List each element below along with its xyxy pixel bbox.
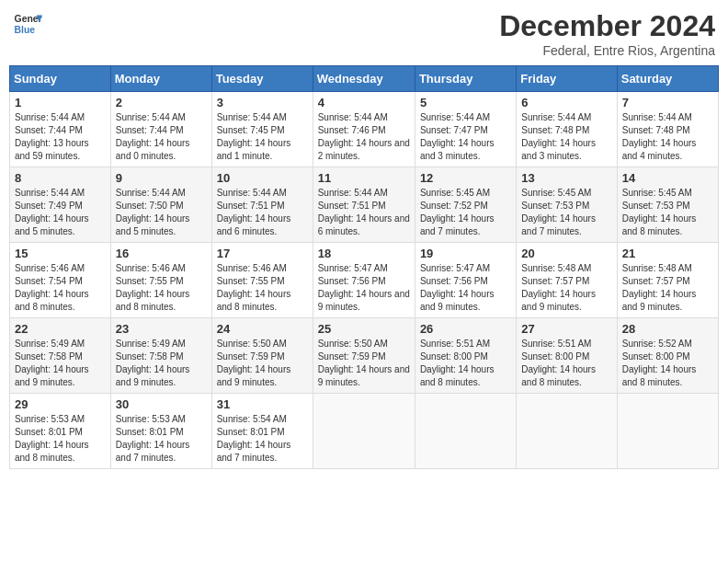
cell-details: Sunrise: 5:45 AMSunset: 7:53 PMDaylight:… (521, 187, 611, 238)
calendar-cell: 3Sunrise: 5:44 AMSunset: 7:45 PMDaylight… (211, 92, 313, 167)
month-title: December 2024 (499, 9, 715, 43)
cell-details: Sunrise: 5:53 AMSunset: 8:01 PMDaylight:… (116, 413, 207, 465)
cell-details: Sunrise: 5:47 AMSunset: 7:56 PMDaylight:… (318, 262, 410, 314)
day-number: 3 (217, 96, 308, 109)
calendar-week-row: 15Sunrise: 5:46 AMSunset: 7:54 PMDayligh… (10, 243, 719, 318)
logo: General Blue (13, 9, 42, 39)
page-header: General Blue December 2024 Federal, Entr… (9, 9, 719, 58)
cell-details: Sunrise: 5:51 AMSunset: 8:00 PMDaylight:… (521, 338, 611, 389)
cell-details: Sunrise: 5:44 AMSunset: 7:49 PMDaylight:… (15, 187, 106, 238)
column-header-friday: Friday (517, 66, 617, 92)
cell-details: Sunrise: 5:44 AMSunset: 7:51 PMDaylight:… (217, 187, 308, 238)
calendar-header-row: SundayMondayTuesdayWednesdayThursdayFrid… (10, 66, 719, 92)
calendar-cell: 11Sunrise: 5:44 AMSunset: 7:51 PMDayligh… (313, 167, 415, 243)
cell-details: Sunrise: 5:46 AMSunset: 7:55 PMDaylight:… (116, 262, 207, 314)
calendar-cell: 2Sunrise: 5:44 AMSunset: 7:44 PMDaylight… (110, 92, 211, 167)
calendar-cell: 31Sunrise: 5:54 AMSunset: 8:01 PMDayligh… (211, 394, 313, 469)
column-header-thursday: Thursday (415, 66, 516, 92)
day-number: 1 (15, 96, 106, 109)
title-block: December 2024 Federal, Entre Rios, Argen… (499, 9, 715, 58)
cell-details: Sunrise: 5:44 AMSunset: 7:44 PMDaylight:… (116, 111, 207, 163)
calendar-cell: 15Sunrise: 5:46 AMSunset: 7:54 PMDayligh… (10, 243, 111, 318)
calendar-cell: 20Sunrise: 5:48 AMSunset: 7:57 PMDayligh… (517, 243, 617, 318)
calendar-cell: 25Sunrise: 5:50 AMSunset: 7:59 PMDayligh… (313, 318, 415, 394)
cell-details: Sunrise: 5:50 AMSunset: 7:59 PMDaylight:… (217, 338, 308, 389)
day-number: 9 (116, 171, 207, 185)
day-number: 24 (217, 322, 308, 336)
day-number: 2 (116, 96, 207, 109)
svg-text:Blue: Blue (15, 25, 36, 35)
column-header-sunday: Sunday (10, 66, 111, 92)
calendar-cell: 24Sunrise: 5:50 AMSunset: 7:59 PMDayligh… (211, 318, 313, 394)
calendar-week-row: 22Sunrise: 5:49 AMSunset: 7:58 PMDayligh… (10, 318, 719, 394)
calendar-cell: 9Sunrise: 5:44 AMSunset: 7:50 PMDaylight… (110, 167, 211, 243)
cell-details: Sunrise: 5:44 AMSunset: 7:51 PMDaylight:… (318, 187, 410, 238)
day-number: 18 (318, 247, 410, 260)
calendar-cell (313, 394, 415, 469)
calendar-cell: 10Sunrise: 5:44 AMSunset: 7:51 PMDayligh… (211, 167, 313, 243)
calendar-cell: 17Sunrise: 5:46 AMSunset: 7:55 PMDayligh… (211, 243, 313, 318)
column-header-tuesday: Tuesday (211, 66, 313, 92)
day-number: 12 (420, 171, 511, 185)
cell-details: Sunrise: 5:44 AMSunset: 7:48 PMDaylight:… (622, 111, 713, 163)
cell-details: Sunrise: 5:46 AMSunset: 7:55 PMDaylight:… (217, 262, 308, 314)
calendar-week-row: 29Sunrise: 5:53 AMSunset: 8:01 PMDayligh… (10, 394, 719, 469)
column-header-saturday: Saturday (617, 66, 718, 92)
day-number: 4 (318, 96, 410, 109)
calendar-cell: 26Sunrise: 5:51 AMSunset: 8:00 PMDayligh… (415, 318, 516, 394)
day-number: 13 (521, 171, 611, 185)
cell-details: Sunrise: 5:51 AMSunset: 8:00 PMDaylight:… (420, 338, 511, 389)
calendar-cell: 7Sunrise: 5:44 AMSunset: 7:48 PMDaylight… (617, 92, 718, 167)
day-number: 8 (15, 171, 106, 185)
calendar-cell: 18Sunrise: 5:47 AMSunset: 7:56 PMDayligh… (313, 243, 415, 318)
cell-details: Sunrise: 5:54 AMSunset: 8:01 PMDaylight:… (217, 413, 308, 465)
day-number: 23 (116, 322, 207, 336)
calendar-cell: 8Sunrise: 5:44 AMSunset: 7:49 PMDaylight… (10, 167, 111, 243)
calendar-cell: 28Sunrise: 5:52 AMSunset: 8:00 PMDayligh… (617, 318, 718, 394)
cell-details: Sunrise: 5:44 AMSunset: 7:47 PMDaylight:… (420, 111, 511, 163)
column-header-wednesday: Wednesday (313, 66, 415, 92)
cell-details: Sunrise: 5:46 AMSunset: 7:54 PMDaylight:… (15, 262, 106, 314)
day-number: 11 (318, 171, 410, 185)
day-number: 6 (521, 96, 611, 109)
cell-details: Sunrise: 5:44 AMSunset: 7:50 PMDaylight:… (116, 187, 207, 238)
cell-details: Sunrise: 5:45 AMSunset: 7:53 PMDaylight:… (622, 187, 713, 238)
calendar-cell (517, 394, 617, 469)
calendar-cell: 13Sunrise: 5:45 AMSunset: 7:53 PMDayligh… (517, 167, 617, 243)
cell-details: Sunrise: 5:44 AMSunset: 7:48 PMDaylight:… (521, 111, 611, 163)
cell-details: Sunrise: 5:49 AMSunset: 7:58 PMDaylight:… (15, 338, 106, 389)
calendar-cell: 6Sunrise: 5:44 AMSunset: 7:48 PMDaylight… (517, 92, 617, 167)
calendar-table: SundayMondayTuesdayWednesdayThursdayFrid… (9, 65, 719, 469)
cell-details: Sunrise: 5:48 AMSunset: 7:57 PMDaylight:… (521, 262, 611, 314)
day-number: 5 (420, 96, 511, 109)
calendar-cell: 5Sunrise: 5:44 AMSunset: 7:47 PMDaylight… (415, 92, 516, 167)
day-number: 16 (116, 247, 207, 260)
calendar-cell: 16Sunrise: 5:46 AMSunset: 7:55 PMDayligh… (110, 243, 211, 318)
calendar-cell (617, 394, 718, 469)
day-number: 22 (15, 322, 106, 336)
day-number: 30 (116, 397, 207, 411)
day-number: 7 (622, 96, 713, 109)
calendar-week-row: 1Sunrise: 5:44 AMSunset: 7:44 PMDaylight… (10, 92, 719, 167)
calendar-cell: 23Sunrise: 5:49 AMSunset: 7:58 PMDayligh… (110, 318, 211, 394)
day-number: 20 (521, 247, 611, 260)
calendar-cell: 12Sunrise: 5:45 AMSunset: 7:52 PMDayligh… (415, 167, 516, 243)
cell-details: Sunrise: 5:53 AMSunset: 8:01 PMDaylight:… (15, 413, 106, 465)
cell-details: Sunrise: 5:47 AMSunset: 7:56 PMDaylight:… (420, 262, 511, 314)
cell-details: Sunrise: 5:49 AMSunset: 7:58 PMDaylight:… (116, 338, 207, 389)
cell-details: Sunrise: 5:52 AMSunset: 8:00 PMDaylight:… (622, 338, 713, 389)
cell-details: Sunrise: 5:44 AMSunset: 7:46 PMDaylight:… (318, 111, 410, 163)
calendar-cell: 14Sunrise: 5:45 AMSunset: 7:53 PMDayligh… (617, 167, 718, 243)
day-number: 31 (217, 397, 308, 411)
calendar-cell: 1Sunrise: 5:44 AMSunset: 7:44 PMDaylight… (10, 92, 111, 167)
day-number: 25 (318, 322, 410, 336)
day-number: 17 (217, 247, 308, 260)
cell-details: Sunrise: 5:44 AMSunset: 7:44 PMDaylight:… (15, 111, 106, 163)
location-subtitle: Federal, Entre Rios, Argentina (499, 43, 715, 58)
cell-details: Sunrise: 5:48 AMSunset: 7:57 PMDaylight:… (622, 262, 713, 314)
calendar-cell: 29Sunrise: 5:53 AMSunset: 8:01 PMDayligh… (10, 394, 111, 469)
cell-details: Sunrise: 5:44 AMSunset: 7:45 PMDaylight:… (217, 111, 308, 163)
calendar-cell: 30Sunrise: 5:53 AMSunset: 8:01 PMDayligh… (110, 394, 211, 469)
calendar-cell: 19Sunrise: 5:47 AMSunset: 7:56 PMDayligh… (415, 243, 516, 318)
day-number: 29 (15, 397, 106, 411)
